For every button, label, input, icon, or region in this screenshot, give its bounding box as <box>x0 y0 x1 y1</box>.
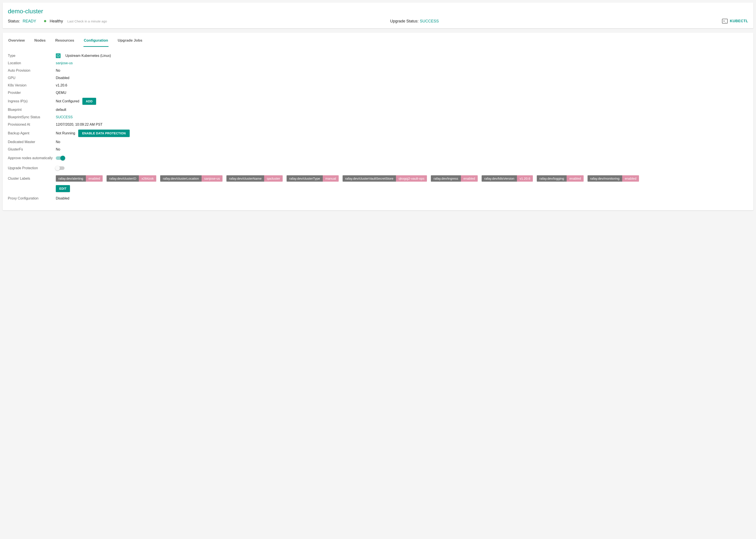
tag-key: rafay.dev/k8sVersion <box>482 175 517 182</box>
gpu-value: Disabled <box>56 76 748 80</box>
tag-value: enabled <box>622 175 639 182</box>
tag-key: rafay.dev/clusterLocation <box>160 175 202 182</box>
tag-key: rafay.dev/monitoring <box>588 175 622 182</box>
provider-value: QEMU <box>56 91 748 95</box>
cluster-label-tag: rafay.dev/clusterTypemanual <box>287 175 339 182</box>
glusterfs-label: GlusterFs <box>8 147 56 151</box>
tag-key: rafay.dev/alerting <box>56 175 86 182</box>
last-check-text: Last Check in a minute ago <box>67 19 107 23</box>
tag-value: x284zok <box>139 175 156 182</box>
health-text: Healthy <box>50 19 63 24</box>
glusterfs-value: No <box>56 147 748 151</box>
cluster-label-tag: rafay.dev/alertingenabled <box>56 175 103 182</box>
tag-value: qkogqj2-vault-ops <box>396 175 427 182</box>
upgrade-status-label: Upgrade Status: <box>390 19 419 24</box>
tag-key: rafay.dev/clusterVaultSecretStore <box>342 175 396 182</box>
tab-overview[interactable]: Overview <box>8 36 25 47</box>
kubectl-button[interactable]: >_ KUBECTL <box>722 19 748 24</box>
tab-configuration[interactable]: Configuration <box>83 36 109 47</box>
status-row: Status: READY Healthy Last Check in a mi… <box>8 19 748 24</box>
blueprint-value: default <box>56 108 748 112</box>
tag-value: qacluster <box>264 175 283 182</box>
cluster-labels-label: Cluster Labels <box>8 175 56 181</box>
k8s-version-label: K8s Version <box>8 83 56 87</box>
type-label: Type <box>8 54 56 58</box>
health-dot-icon <box>44 20 46 22</box>
blueprint-sync-label: BlueprintSync Status <box>8 115 56 119</box>
status-label: Status: <box>8 19 20 24</box>
cluster-label-tag: rafay.dev/ingressenabled <box>431 175 478 182</box>
kubectl-label: KUBECTL <box>730 19 748 23</box>
cluster-detail-card: OverviewNodesResourcesConfigurationUpgra… <box>3 33 753 210</box>
cluster-label-tag: rafay.dev/k8sVersionv1.20.6 <box>482 175 533 182</box>
upgrade-protection-label: Upgrade Protection <box>8 166 56 170</box>
tab-upgrade-jobs[interactable]: Upgrade Jobs <box>117 36 143 47</box>
provisioned-at-value: 12/07/2020, 10:09:22 AM PST <box>56 122 748 126</box>
proxy-config-label: Proxy Configuration <box>8 196 56 200</box>
location-value[interactable]: sanjose-us <box>56 61 748 65</box>
tag-value: enabled <box>567 175 583 182</box>
tag-value: enabled <box>461 175 478 182</box>
cluster-label-tag: rafay.dev/monitoringenabled <box>588 175 639 182</box>
cluster-label-tag: rafay.dev/clusterNameqacluster <box>227 175 283 182</box>
tag-value: v1.20.6 <box>517 175 533 182</box>
add-ingress-button[interactable]: ADD <box>82 98 96 105</box>
edit-labels-button[interactable]: EDIT <box>56 185 70 192</box>
dedicated-master-value: No <box>56 140 748 144</box>
type-value: Upstream Kubernetes (Linux) <box>56 53 748 58</box>
provisioned-at-label: Provisioned At <box>8 122 56 126</box>
cluster-label-tag: rafay.dev/loggingenabled <box>537 175 584 182</box>
proxy-config-value: Disabled <box>56 196 748 200</box>
blueprint-sync-value: SUCCESS <box>56 115 748 119</box>
tag-key: rafay.dev/clusterType <box>287 175 323 182</box>
tag-key: rafay.dev/ingress <box>431 175 461 182</box>
cluster-label-tag: rafay.dev/clusterLocationsanjose-us <box>160 175 223 182</box>
tag-value: sanjose-us <box>202 175 223 182</box>
cluster-labels-list: rafay.dev/alertingenabledrafay.dev/clust… <box>56 175 639 182</box>
upgrade-status-value: SUCCESS <box>420 19 439 24</box>
provider-label: Provider <box>8 91 56 95</box>
cluster-title: demo-cluster <box>8 8 748 15</box>
cluster-header-card: demo-cluster Status: READY Healthy Last … <box>3 3 753 28</box>
enable-data-protection-button[interactable]: ENABLE DATA PROTECTION <box>78 129 130 137</box>
backup-agent-label: Backup Agent <box>8 131 56 135</box>
approve-nodes-label: Approve nodes automatically <box>8 156 56 160</box>
k8s-version-value: v1.20.6 <box>56 83 748 87</box>
tabs: OverviewNodesResourcesConfigurationUpgra… <box>8 33 748 47</box>
tab-nodes[interactable]: Nodes <box>34 36 46 47</box>
cluster-label-tag: rafay.dev/clusterIDx284zok <box>107 175 156 182</box>
status-value: READY <box>23 19 36 24</box>
approve-nodes-toggle[interactable] <box>56 156 64 160</box>
tag-value: manual <box>323 175 339 182</box>
tag-value: enabled <box>86 175 103 182</box>
auto-provision-label: Auto Provision <box>8 69 56 73</box>
blueprint-label: Blueprint <box>8 108 56 112</box>
tag-key: rafay.dev/clusterName <box>227 175 264 182</box>
dedicated-master-label: Dedicated Master <box>8 140 56 144</box>
tab-resources[interactable]: Resources <box>55 36 75 47</box>
gpu-label: GPU <box>8 76 56 80</box>
auto-provision-value: No <box>56 69 748 73</box>
ingress-value: Not Configured ADD <box>56 98 748 105</box>
terminal-icon: >_ <box>722 19 728 24</box>
tag-key: rafay.dev/logging <box>537 175 567 182</box>
kubernetes-icon <box>56 53 60 58</box>
upgrade-protection-toggle[interactable] <box>56 166 64 170</box>
cluster-label-tag: rafay.dev/clusterVaultSecretStoreqkogqj2… <box>342 175 427 182</box>
backup-agent-value: Not Running ENABLE DATA PROTECTION <box>56 129 748 137</box>
configuration-panel: Type Upstream Kubernetes (Linux) Locatio… <box>8 52 748 202</box>
location-label: Location <box>8 61 56 65</box>
tag-key: rafay.dev/clusterID <box>107 175 139 182</box>
ingress-label: Ingress IP(s) <box>8 99 56 103</box>
svg-marker-0 <box>57 54 59 57</box>
